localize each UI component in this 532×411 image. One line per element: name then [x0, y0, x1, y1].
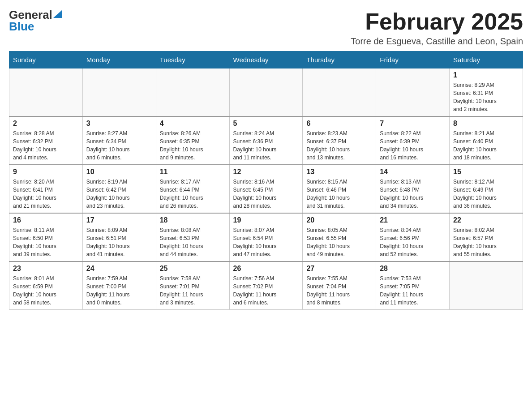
calendar-day-cell: 12Sunrise: 8:16 AM Sunset: 6:45 PM Dayli… [229, 165, 303, 213]
day-info: Sunrise: 8:02 AM Sunset: 6:57 PM Dayligh… [453, 226, 519, 258]
day-info: Sunrise: 7:58 AM Sunset: 7:01 PM Dayligh… [160, 274, 226, 307]
calendar-day-cell: 28Sunrise: 7:53 AM Sunset: 7:05 PM Dayli… [376, 261, 450, 310]
day-info: Sunrise: 8:11 AM Sunset: 6:50 PM Dayligh… [13, 226, 79, 258]
calendar-day-cell: 8Sunrise: 8:21 AM Sunset: 6:40 PM Daylig… [450, 116, 523, 165]
day-number: 9 [13, 168, 79, 176]
day-info: Sunrise: 8:15 AM Sunset: 6:46 PM Dayligh… [306, 178, 372, 210]
day-info: Sunrise: 8:08 AM Sunset: 6:53 PM Dayligh… [160, 226, 226, 258]
calendar-day-cell: 4Sunrise: 8:26 AM Sunset: 6:35 PM Daylig… [156, 116, 229, 165]
calendar-day-cell: 23Sunrise: 8:01 AM Sunset: 6:59 PM Dayli… [9, 261, 83, 310]
day-number: 5 [233, 120, 299, 128]
day-number: 26 [233, 265, 299, 273]
weekday-header-sunday: Sunday [9, 51, 83, 68]
calendar-day-cell: 24Sunrise: 7:59 AM Sunset: 7:00 PM Dayli… [82, 261, 156, 310]
day-number: 2 [13, 120, 79, 128]
calendar-day-cell: 10Sunrise: 8:19 AM Sunset: 6:42 PM Dayli… [82, 165, 156, 213]
calendar-day-cell: 1Sunrise: 8:29 AM Sunset: 6:31 PM Daylig… [450, 68, 523, 117]
day-number: 4 [160, 120, 226, 128]
calendar-day-cell: 27Sunrise: 7:55 AM Sunset: 7:04 PM Dayli… [303, 261, 376, 310]
weekday-header-row: SundayMondayTuesdayWednesdayThursdayFrid… [9, 51, 523, 68]
calendar-day-cell: 14Sunrise: 8:13 AM Sunset: 6:48 PM Dayli… [376, 165, 450, 213]
weekday-header-saturday: Saturday [450, 51, 523, 68]
calendar-day-cell: 11Sunrise: 8:17 AM Sunset: 6:44 PM Dayli… [156, 165, 229, 213]
day-number: 20 [306, 216, 372, 224]
calendar-day-cell: 9Sunrise: 8:20 AM Sunset: 6:41 PM Daylig… [9, 165, 83, 213]
day-info: Sunrise: 8:26 AM Sunset: 6:35 PM Dayligh… [160, 129, 226, 162]
calendar-day-cell: 6Sunrise: 8:23 AM Sunset: 6:37 PM Daylig… [303, 116, 376, 165]
calendar-day-cell: 3Sunrise: 8:27 AM Sunset: 6:34 PM Daylig… [82, 116, 156, 165]
weekday-header-friday: Friday [376, 51, 450, 68]
day-number: 28 [380, 265, 446, 273]
calendar-day-cell: 26Sunrise: 7:56 AM Sunset: 7:02 PM Dayli… [229, 261, 303, 310]
day-info: Sunrise: 8:19 AM Sunset: 6:42 PM Dayligh… [86, 178, 152, 210]
day-info: Sunrise: 8:22 AM Sunset: 6:39 PM Dayligh… [380, 129, 446, 162]
weekday-header-tuesday: Tuesday [156, 51, 229, 68]
day-number: 16 [13, 216, 79, 224]
calendar-day-cell [82, 68, 156, 117]
calendar-week-row: 23Sunrise: 8:01 AM Sunset: 6:59 PM Dayli… [9, 261, 523, 310]
calendar-day-cell: 2Sunrise: 8:28 AM Sunset: 6:32 PM Daylig… [9, 116, 83, 165]
page-header: General Blue February 2025 Torre de Esgu… [9, 9, 523, 47]
day-info: Sunrise: 8:16 AM Sunset: 6:45 PM Dayligh… [233, 178, 299, 210]
day-number: 19 [233, 216, 299, 224]
calendar-day-cell: 5Sunrise: 8:24 AM Sunset: 6:36 PM Daylig… [229, 116, 303, 165]
weekday-header-monday: Monday [82, 51, 156, 68]
page-subtitle: Torre de Esgueva, Castille and Leon, Spa… [351, 36, 523, 47]
calendar-day-cell: 13Sunrise: 8:15 AM Sunset: 6:46 PM Dayli… [303, 165, 376, 213]
day-info: Sunrise: 8:09 AM Sunset: 6:51 PM Dayligh… [86, 226, 152, 258]
calendar-day-cell: 25Sunrise: 7:58 AM Sunset: 7:01 PM Dayli… [156, 261, 229, 310]
day-info: Sunrise: 7:53 AM Sunset: 7:05 PM Dayligh… [380, 274, 446, 307]
day-info: Sunrise: 8:27 AM Sunset: 6:34 PM Dayligh… [86, 129, 152, 162]
day-info: Sunrise: 8:07 AM Sunset: 6:54 PM Dayligh… [233, 226, 299, 258]
day-number: 21 [380, 216, 446, 224]
day-info: Sunrise: 7:59 AM Sunset: 7:00 PM Dayligh… [86, 274, 152, 307]
page-title: February 2025 [351, 9, 523, 34]
day-number: 17 [86, 216, 152, 224]
weekday-header-thursday: Thursday [303, 51, 376, 68]
logo-general: General [9, 9, 52, 21]
day-info: Sunrise: 8:29 AM Sunset: 6:31 PM Dayligh… [453, 81, 519, 113]
calendar-day-cell [450, 261, 523, 310]
calendar-week-row: 1Sunrise: 8:29 AM Sunset: 6:31 PM Daylig… [9, 68, 523, 117]
logo-triangle-icon [53, 10, 62, 18]
day-number: 1 [453, 71, 519, 79]
calendar-header: SundayMondayTuesdayWednesdayThursdayFrid… [9, 51, 523, 68]
calendar-body: 1Sunrise: 8:29 AM Sunset: 6:31 PM Daylig… [9, 68, 523, 310]
calendar-day-cell: 22Sunrise: 8:02 AM Sunset: 6:57 PM Dayli… [450, 213, 523, 261]
calendar-week-row: 16Sunrise: 8:11 AM Sunset: 6:50 PM Dayli… [9, 213, 523, 261]
calendar-day-cell [303, 68, 376, 117]
day-info: Sunrise: 7:55 AM Sunset: 7:04 PM Dayligh… [306, 274, 372, 307]
calendar-day-cell: 18Sunrise: 8:08 AM Sunset: 6:53 PM Dayli… [156, 213, 229, 261]
day-info: Sunrise: 8:21 AM Sunset: 6:40 PM Dayligh… [453, 129, 519, 162]
day-number: 14 [380, 168, 446, 176]
day-info: Sunrise: 8:12 AM Sunset: 6:49 PM Dayligh… [453, 178, 519, 210]
day-number: 12 [233, 168, 299, 176]
calendar-day-cell: 19Sunrise: 8:07 AM Sunset: 6:54 PM Dayli… [229, 213, 303, 261]
day-number: 8 [453, 120, 519, 128]
calendar-day-cell [229, 68, 303, 117]
calendar-day-cell: 20Sunrise: 8:05 AM Sunset: 6:55 PM Dayli… [303, 213, 376, 261]
calendar-week-row: 2Sunrise: 8:28 AM Sunset: 6:32 PM Daylig… [9, 116, 523, 165]
day-number: 18 [160, 216, 226, 224]
svg-marker-0 [53, 10, 62, 18]
calendar-week-row: 9Sunrise: 8:20 AM Sunset: 6:41 PM Daylig… [9, 165, 523, 213]
day-number: 27 [306, 265, 372, 273]
day-number: 13 [306, 168, 372, 176]
day-info: Sunrise: 8:01 AM Sunset: 6:59 PM Dayligh… [13, 274, 79, 307]
day-info: Sunrise: 8:17 AM Sunset: 6:44 PM Dayligh… [160, 178, 226, 210]
day-number: 11 [160, 168, 226, 176]
day-number: 24 [86, 265, 152, 273]
day-info: Sunrise: 8:24 AM Sunset: 6:36 PM Dayligh… [233, 129, 299, 162]
day-info: Sunrise: 8:20 AM Sunset: 6:41 PM Dayligh… [13, 178, 79, 210]
calendar-day-cell: 17Sunrise: 8:09 AM Sunset: 6:51 PM Dayli… [82, 213, 156, 261]
weekday-header-wednesday: Wednesday [229, 51, 303, 68]
day-number: 6 [306, 120, 372, 128]
calendar-day-cell [376, 68, 450, 117]
day-info: Sunrise: 7:56 AM Sunset: 7:02 PM Dayligh… [233, 274, 299, 307]
day-number: 3 [86, 120, 152, 128]
day-number: 10 [86, 168, 152, 176]
calendar-day-cell: 15Sunrise: 8:12 AM Sunset: 6:49 PM Dayli… [450, 165, 523, 213]
day-number: 15 [453, 168, 519, 176]
calendar-day-cell: 7Sunrise: 8:22 AM Sunset: 6:39 PM Daylig… [376, 116, 450, 165]
calendar-day-cell: 21Sunrise: 8:04 AM Sunset: 6:56 PM Dayli… [376, 213, 450, 261]
